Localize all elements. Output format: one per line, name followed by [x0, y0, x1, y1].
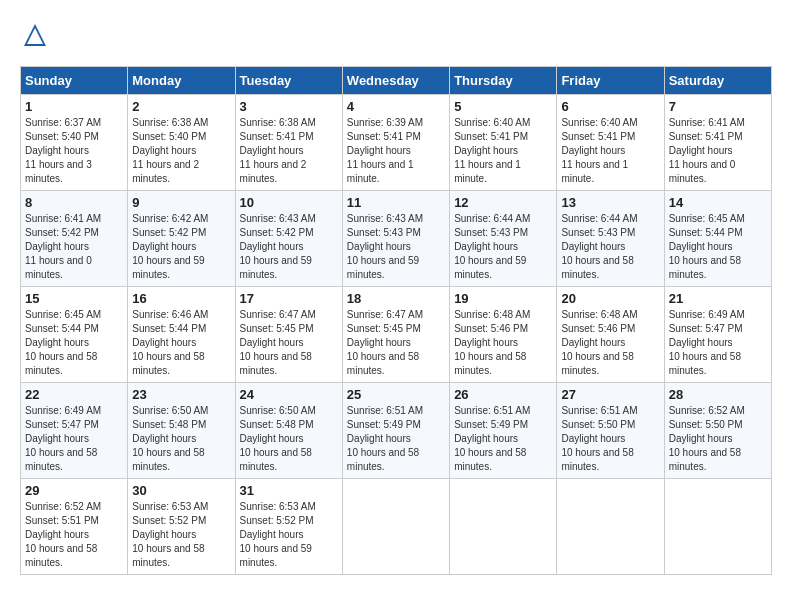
day-number: 16	[132, 291, 230, 306]
calendar-cell: 12 Sunrise: 6:44 AMSunset: 5:43 PMDaylig…	[450, 191, 557, 287]
day-info: Sunrise: 6:43 AMSunset: 5:42 PMDaylight …	[240, 213, 316, 280]
calendar-cell: 13 Sunrise: 6:44 AMSunset: 5:43 PMDaylig…	[557, 191, 664, 287]
day-info: Sunrise: 6:51 AMSunset: 5:49 PMDaylight …	[347, 405, 423, 472]
calendar-cell: 3 Sunrise: 6:38 AMSunset: 5:41 PMDayligh…	[235, 95, 342, 191]
day-number: 29	[25, 483, 123, 498]
calendar-cell	[450, 479, 557, 575]
day-number: 12	[454, 195, 552, 210]
day-number: 23	[132, 387, 230, 402]
day-number: 30	[132, 483, 230, 498]
calendar-cell: 22 Sunrise: 6:49 AMSunset: 5:47 PMDaylig…	[21, 383, 128, 479]
day-number: 27	[561, 387, 659, 402]
day-number: 21	[669, 291, 767, 306]
day-info: Sunrise: 6:53 AMSunset: 5:52 PMDaylight …	[132, 501, 208, 568]
calendar-header-row: SundayMondayTuesdayWednesdayThursdayFrid…	[21, 67, 772, 95]
day-info: Sunrise: 6:38 AMSunset: 5:40 PMDaylight …	[132, 117, 208, 184]
day-number: 14	[669, 195, 767, 210]
day-info: Sunrise: 6:37 AMSunset: 5:40 PMDaylight …	[25, 117, 101, 184]
calendar-cell: 27 Sunrise: 6:51 AMSunset: 5:50 PMDaylig…	[557, 383, 664, 479]
calendar-cell: 25 Sunrise: 6:51 AMSunset: 5:49 PMDaylig…	[342, 383, 449, 479]
week-row-1: 1 Sunrise: 6:37 AMSunset: 5:40 PMDayligh…	[21, 95, 772, 191]
day-number: 25	[347, 387, 445, 402]
day-number: 13	[561, 195, 659, 210]
week-row-2: 8 Sunrise: 6:41 AMSunset: 5:42 PMDayligh…	[21, 191, 772, 287]
day-info: Sunrise: 6:47 AMSunset: 5:45 PMDaylight …	[347, 309, 423, 376]
calendar-cell: 14 Sunrise: 6:45 AMSunset: 5:44 PMDaylig…	[664, 191, 771, 287]
calendar-cell: 18 Sunrise: 6:47 AMSunset: 5:45 PMDaylig…	[342, 287, 449, 383]
calendar-cell: 1 Sunrise: 6:37 AMSunset: 5:40 PMDayligh…	[21, 95, 128, 191]
day-info: Sunrise: 6:50 AMSunset: 5:48 PMDaylight …	[132, 405, 208, 472]
calendar-cell: 10 Sunrise: 6:43 AMSunset: 5:42 PMDaylig…	[235, 191, 342, 287]
day-number: 22	[25, 387, 123, 402]
logo-icon	[20, 20, 50, 50]
day-number: 19	[454, 291, 552, 306]
calendar-cell: 7 Sunrise: 6:41 AMSunset: 5:41 PMDayligh…	[664, 95, 771, 191]
week-row-5: 29 Sunrise: 6:52 AMSunset: 5:51 PMDaylig…	[21, 479, 772, 575]
calendar-cell: 16 Sunrise: 6:46 AMSunset: 5:44 PMDaylig…	[128, 287, 235, 383]
day-header-monday: Monday	[128, 67, 235, 95]
day-number: 17	[240, 291, 338, 306]
day-number: 6	[561, 99, 659, 114]
day-info: Sunrise: 6:44 AMSunset: 5:43 PMDaylight …	[454, 213, 530, 280]
calendar-cell: 26 Sunrise: 6:51 AMSunset: 5:49 PMDaylig…	[450, 383, 557, 479]
day-info: Sunrise: 6:41 AMSunset: 5:41 PMDaylight …	[669, 117, 745, 184]
day-number: 7	[669, 99, 767, 114]
week-row-4: 22 Sunrise: 6:49 AMSunset: 5:47 PMDaylig…	[21, 383, 772, 479]
day-number: 3	[240, 99, 338, 114]
day-info: Sunrise: 6:41 AMSunset: 5:42 PMDaylight …	[25, 213, 101, 280]
day-number: 5	[454, 99, 552, 114]
calendar-cell: 5 Sunrise: 6:40 AMSunset: 5:41 PMDayligh…	[450, 95, 557, 191]
calendar-cell: 11 Sunrise: 6:43 AMSunset: 5:43 PMDaylig…	[342, 191, 449, 287]
calendar-cell: 15 Sunrise: 6:45 AMSunset: 5:44 PMDaylig…	[21, 287, 128, 383]
day-number: 31	[240, 483, 338, 498]
day-header-friday: Friday	[557, 67, 664, 95]
calendar-cell	[557, 479, 664, 575]
calendar-cell: 2 Sunrise: 6:38 AMSunset: 5:40 PMDayligh…	[128, 95, 235, 191]
day-info: Sunrise: 6:45 AMSunset: 5:44 PMDaylight …	[669, 213, 745, 280]
day-info: Sunrise: 6:48 AMSunset: 5:46 PMDaylight …	[561, 309, 637, 376]
day-number: 2	[132, 99, 230, 114]
calendar-cell: 28 Sunrise: 6:52 AMSunset: 5:50 PMDaylig…	[664, 383, 771, 479]
day-header-wednesday: Wednesday	[342, 67, 449, 95]
calendar-cell	[664, 479, 771, 575]
day-info: Sunrise: 6:52 AMSunset: 5:51 PMDaylight …	[25, 501, 101, 568]
calendar-cell: 30 Sunrise: 6:53 AMSunset: 5:52 PMDaylig…	[128, 479, 235, 575]
day-number: 18	[347, 291, 445, 306]
day-info: Sunrise: 6:43 AMSunset: 5:43 PMDaylight …	[347, 213, 423, 280]
calendar-cell: 24 Sunrise: 6:50 AMSunset: 5:48 PMDaylig…	[235, 383, 342, 479]
calendar-cell: 23 Sunrise: 6:50 AMSunset: 5:48 PMDaylig…	[128, 383, 235, 479]
day-info: Sunrise: 6:45 AMSunset: 5:44 PMDaylight …	[25, 309, 101, 376]
day-info: Sunrise: 6:40 AMSunset: 5:41 PMDaylight …	[561, 117, 637, 184]
calendar-cell: 8 Sunrise: 6:41 AMSunset: 5:42 PMDayligh…	[21, 191, 128, 287]
calendar-cell	[342, 479, 449, 575]
calendar-cell: 31 Sunrise: 6:53 AMSunset: 5:52 PMDaylig…	[235, 479, 342, 575]
day-info: Sunrise: 6:46 AMSunset: 5:44 PMDaylight …	[132, 309, 208, 376]
calendar-cell: 4 Sunrise: 6:39 AMSunset: 5:41 PMDayligh…	[342, 95, 449, 191]
day-number: 15	[25, 291, 123, 306]
day-info: Sunrise: 6:48 AMSunset: 5:46 PMDaylight …	[454, 309, 530, 376]
logo	[20, 20, 54, 50]
day-number: 8	[25, 195, 123, 210]
day-number: 20	[561, 291, 659, 306]
day-number: 9	[132, 195, 230, 210]
day-info: Sunrise: 6:42 AMSunset: 5:42 PMDaylight …	[132, 213, 208, 280]
day-number: 24	[240, 387, 338, 402]
day-header-saturday: Saturday	[664, 67, 771, 95]
day-info: Sunrise: 6:51 AMSunset: 5:50 PMDaylight …	[561, 405, 637, 472]
day-number: 4	[347, 99, 445, 114]
calendar-cell: 20 Sunrise: 6:48 AMSunset: 5:46 PMDaylig…	[557, 287, 664, 383]
day-header-sunday: Sunday	[21, 67, 128, 95]
calendar-cell: 6 Sunrise: 6:40 AMSunset: 5:41 PMDayligh…	[557, 95, 664, 191]
day-info: Sunrise: 6:39 AMSunset: 5:41 PMDaylight …	[347, 117, 423, 184]
calendar-cell: 17 Sunrise: 6:47 AMSunset: 5:45 PMDaylig…	[235, 287, 342, 383]
calendar-cell: 9 Sunrise: 6:42 AMSunset: 5:42 PMDayligh…	[128, 191, 235, 287]
day-header-thursday: Thursday	[450, 67, 557, 95]
week-row-3: 15 Sunrise: 6:45 AMSunset: 5:44 PMDaylig…	[21, 287, 772, 383]
page-header	[20, 20, 772, 50]
day-info: Sunrise: 6:51 AMSunset: 5:49 PMDaylight …	[454, 405, 530, 472]
day-info: Sunrise: 6:50 AMSunset: 5:48 PMDaylight …	[240, 405, 316, 472]
day-number: 10	[240, 195, 338, 210]
day-info: Sunrise: 6:53 AMSunset: 5:52 PMDaylight …	[240, 501, 316, 568]
calendar-cell: 29 Sunrise: 6:52 AMSunset: 5:51 PMDaylig…	[21, 479, 128, 575]
day-info: Sunrise: 6:49 AMSunset: 5:47 PMDaylight …	[25, 405, 101, 472]
